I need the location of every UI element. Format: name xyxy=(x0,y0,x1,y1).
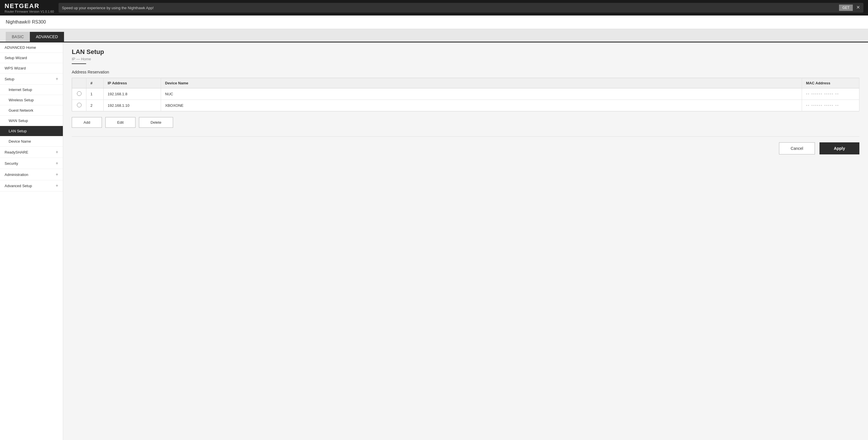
top-bar: NETGEAR Router Firmware Version V1.0.1.6… xyxy=(0,0,868,15)
sidebar-label-wps-wizard: WPS Wizard xyxy=(5,66,26,70)
title-divider xyxy=(72,63,86,64)
section-subtitle: IP — Home xyxy=(72,57,859,61)
sidebar-label-administration: Administration xyxy=(5,172,28,177)
netgear-logo: NETGEAR xyxy=(5,2,54,10)
row1-ip: 192.168.1.8 xyxy=(104,88,161,100)
sidebar-item-wps-wizard[interactable]: WPS Wizard xyxy=(0,63,63,73)
edit-button[interactable]: Edit xyxy=(105,117,135,128)
col-header-device: Device Name xyxy=(161,78,802,88)
sidebar-item-lan-setup[interactable]: LAN Setup xyxy=(0,126,63,136)
sidebar-item-setup[interactable]: Setup + xyxy=(0,73,63,85)
sidebar-label-wan-setup: WAN Setup xyxy=(9,119,28,123)
logo-area: NETGEAR Router Firmware Version V1.0.1.6… xyxy=(5,2,54,13)
col-header-ip: IP Address xyxy=(104,78,161,88)
table-row: 2 192.168.1.10 XBOXONE •• •••••• ••••• •… xyxy=(72,100,859,112)
sidebar-item-internet-setup[interactable]: Internet Setup xyxy=(0,85,63,95)
row2-ip: 192.168.1.10 xyxy=(104,100,161,112)
sidebar-label-security: Security xyxy=(5,161,18,166)
sidebar-item-readyshare[interactable]: ReadySHARE + xyxy=(0,147,63,158)
setup-expand-icon: + xyxy=(56,76,58,82)
sidebar-label-advanced-home: ADVANCED Home xyxy=(5,45,36,50)
sidebar-item-wireless-setup[interactable]: Wireless Setup xyxy=(0,95,63,105)
sidebar-item-guest-network[interactable]: Guest Network xyxy=(0,105,63,116)
device-title-bar: Nighthawk® RS300 xyxy=(0,15,868,29)
sidebar-item-advanced-home[interactable]: ADVANCED Home xyxy=(0,42,63,53)
sidebar-label-advanced-setup: Advanced Setup xyxy=(5,184,32,188)
sidebar-item-security[interactable]: Security + xyxy=(0,158,63,169)
col-header-radio xyxy=(72,78,86,88)
add-button[interactable]: Add xyxy=(72,117,102,128)
sidebar-item-wan-setup[interactable]: WAN Setup xyxy=(0,116,63,126)
sidebar-label-readyshare: ReadySHARE xyxy=(5,150,28,154)
row2-num: 2 xyxy=(86,100,104,112)
sidebar-label-internet-setup: Internet Setup xyxy=(9,88,32,92)
administration-expand-icon: + xyxy=(56,172,58,177)
sidebar-label-wireless-setup: Wireless Setup xyxy=(9,98,34,102)
sidebar-label-setup: Setup xyxy=(5,77,14,81)
address-reservation-label: Address Reservation xyxy=(72,70,859,74)
promo-close-button[interactable]: ✕ xyxy=(856,5,860,10)
tab-basic[interactable]: BASIC xyxy=(6,32,30,42)
content-area: LAN Setup IP — Home Address Reservation … xyxy=(63,42,868,440)
promo-get-button[interactable]: GET xyxy=(839,5,853,11)
sidebar-label-setup-wizard: Setup Wizard xyxy=(5,56,27,60)
row1-device: NUC xyxy=(161,88,802,100)
col-header-num: # xyxy=(86,78,104,88)
tab-bar: BASIC ADVANCED xyxy=(0,29,868,42)
promo-text: Speed up your experience by using the Ni… xyxy=(62,6,154,10)
sidebar-label-device-name: Device Name xyxy=(9,139,31,144)
row1-radio[interactable] xyxy=(77,91,82,96)
security-expand-icon: + xyxy=(56,161,58,166)
sidebar: ADVANCED Home Setup Wizard WPS Wizard Se… xyxy=(0,42,63,440)
main-layout: ADVANCED Home Setup Wizard WPS Wizard Se… xyxy=(0,42,868,440)
readyshare-expand-icon: + xyxy=(56,150,58,155)
firmware-version: Router Firmware Version V1.0.1.60 xyxy=(5,10,54,13)
sidebar-item-advanced-setup[interactable]: Advanced Setup + xyxy=(0,180,63,191)
advanced-setup-expand-icon: + xyxy=(56,183,58,188)
sidebar-item-device-name[interactable]: Device Name xyxy=(0,136,63,147)
row2-device: XBOXONE xyxy=(161,100,802,112)
row1-num: 1 xyxy=(86,88,104,100)
sidebar-item-setup-wizard[interactable]: Setup Wizard xyxy=(0,53,63,63)
row2-radio[interactable] xyxy=(77,103,82,107)
table-row: 1 192.168.1.8 NUC •• •••••• ••••• •• xyxy=(72,88,859,100)
row2-mac: •• •••••• ••••• •• xyxy=(802,100,859,112)
row2-radio-cell xyxy=(72,100,86,112)
sidebar-label-lan-setup: LAN Setup xyxy=(9,129,27,133)
reservation-table: # IP Address Device Name MAC Address 1 1… xyxy=(72,78,859,112)
page-title: LAN Setup xyxy=(72,48,859,56)
apply-button[interactable]: Apply xyxy=(819,143,859,154)
cancel-button[interactable]: Cancel xyxy=(779,143,815,154)
sidebar-label-guest-network: Guest Network xyxy=(9,108,33,113)
sidebar-item-administration[interactable]: Administration + xyxy=(0,169,63,180)
col-header-mac: MAC Address xyxy=(802,78,859,88)
delete-button[interactable]: Delete xyxy=(139,117,174,128)
tab-advanced[interactable]: ADVANCED xyxy=(30,32,64,42)
promo-banner: Speed up your experience by using the Ni… xyxy=(59,3,863,12)
row1-mac: •• •••••• ••••• •• xyxy=(802,88,859,100)
bottom-bar: Cancel Apply xyxy=(72,136,859,160)
row1-radio-cell xyxy=(72,88,86,100)
action-buttons: Add Edit Delete xyxy=(72,117,859,128)
device-name-title: Nighthawk® RS300 xyxy=(6,20,46,24)
